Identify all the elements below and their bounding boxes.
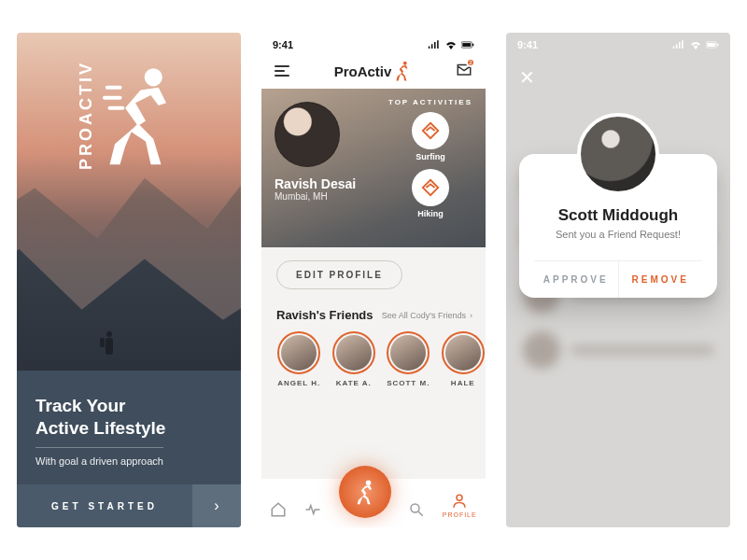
get-started-button[interactable]: GET STARTED › — [17, 484, 241, 527]
edit-profile-button[interactable]: EDIT PROFILE — [276, 260, 402, 289]
fab-button[interactable] — [339, 466, 391, 518]
friend-request-screen: 9:41 ✕ Scott Middough Sent you a Friend … — [506, 33, 730, 527]
svg-rect-2 — [462, 43, 471, 47]
home-icon — [270, 501, 287, 518]
diamond-icon — [420, 120, 441, 141]
battery-icon — [461, 40, 474, 49]
runner-icon — [354, 479, 376, 505]
svg-point-4 — [403, 62, 407, 65]
onboarding-headline: Track Your Active Lifestyle — [35, 395, 222, 440]
profile-avatar[interactable] — [275, 102, 340, 167]
tab-activity[interactable] — [304, 501, 321, 518]
svg-point-6 — [411, 504, 419, 512]
friends-list: Angel H. KATE A. SCOTT M. HALE — [261, 331, 486, 387]
top-activities: TOP ACTIVITIES Surfing Hiking — [388, 98, 472, 226]
activity-hiking[interactable]: Hiking — [388, 169, 472, 218]
svg-rect-3 — [472, 44, 473, 47]
status-time: 9:41 — [273, 39, 293, 50]
friends-title: Ravish's Friends — [276, 308, 374, 322]
chevron-right-icon: › — [470, 311, 472, 320]
close-icon[interactable]: ✕ — [519, 66, 535, 89]
runner-icon — [100, 64, 182, 167]
activity-surfing[interactable]: Surfing — [388, 112, 472, 161]
inbox-button[interactable]: 2 — [456, 61, 472, 81]
profile-hero: Ravish Desai Mumbai, MH TOP ACTIVITIES S… — [261, 89, 486, 247]
svg-point-0 — [145, 68, 162, 86]
friend-item[interactable]: HALE — [441, 331, 486, 387]
signal-icon — [428, 40, 441, 49]
diamond-icon — [420, 177, 441, 198]
wifi-icon — [444, 40, 458, 49]
pulse-icon — [304, 501, 321, 518]
tab-search[interactable] — [408, 501, 425, 518]
onboarding-sub: With goal a driven approach — [35, 447, 163, 467]
friend-request-modal: Scott Middough Sent you a Friend Request… — [519, 154, 717, 298]
requester-avatar — [577, 113, 659, 195]
approve-button[interactable]: APPROVE — [534, 261, 619, 298]
friend-item[interactable]: Angel H. — [276, 331, 322, 387]
remove-button[interactable]: REMOVE — [619, 261, 703, 298]
onboarding-screen: PROACTIV Track Your Active Lifestyle Wit… — [17, 33, 241, 527]
brand-logo: PROACTIV — [77, 61, 182, 170]
tab-bar: PROFILE — [261, 458, 486, 527]
profile-body: EDIT PROFILE Ravish's Friends See All Co… — [261, 247, 486, 527]
friend-item[interactable]: SCOTT M. — [386, 331, 431, 387]
svg-point-7 — [457, 495, 462, 500]
see-all-friends-link[interactable]: See All Cody's Friends› — [382, 311, 472, 320]
svg-point-5 — [365, 480, 371, 485]
friend-item[interactable]: KATE A. — [331, 331, 377, 387]
tab-home[interactable] — [270, 501, 287, 518]
tab-profile[interactable]: PROFILE — [443, 493, 477, 518]
brand-text: PROACTIV — [77, 61, 96, 170]
menu-icon[interactable] — [275, 65, 289, 77]
get-started-label: GET STARTED — [17, 484, 192, 527]
status-icons — [428, 40, 474, 49]
notif-badge: 2 — [466, 58, 475, 67]
top-activities-label: TOP ACTIVITIES — [388, 98, 472, 106]
chevron-right-icon[interactable]: › — [192, 484, 241, 527]
app-header: ProActiv 2 — [261, 57, 486, 89]
request-message: Sent you a Friend Request! — [534, 229, 702, 240]
hero-image: PROACTIV — [17, 33, 241, 371]
search-icon — [408, 501, 425, 518]
profile-screen: 9:41 ProActiv 2 — [261, 33, 486, 527]
status-bar: 9:41 — [261, 33, 486, 57]
runner-icon — [394, 61, 411, 81]
requester-name: Scott Middough — [534, 206, 702, 225]
app-logo: ProActiv — [334, 61, 412, 81]
profile-icon — [451, 493, 468, 510]
